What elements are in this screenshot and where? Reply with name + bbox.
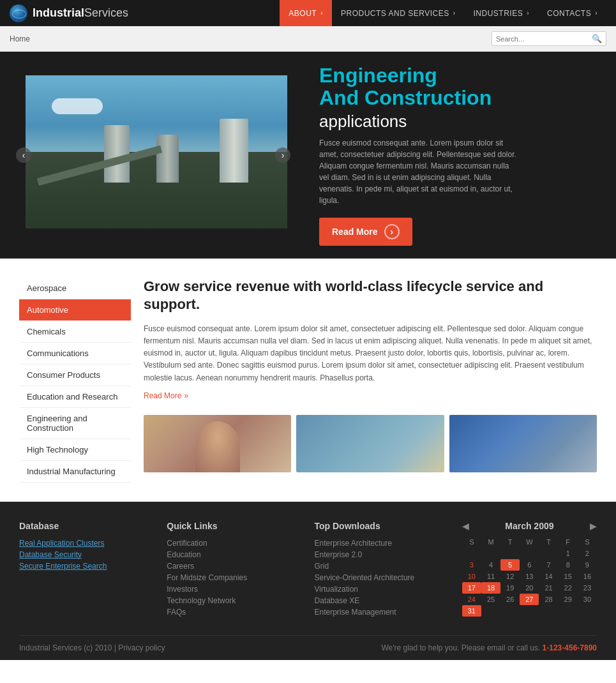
nav-about[interactable]: ABOUT › [280, 0, 332, 26]
sidebar-item-aerospace[interactable]: Aerospace [19, 278, 131, 299]
calendar-day[interactable]: 18 [481, 582, 500, 594]
footer-database-title: Database [19, 521, 154, 531]
calendar-day[interactable]: 22 [559, 582, 578, 594]
sidebar-item-education[interactable]: Education and Research [19, 386, 131, 408]
search-icon[interactable]: 🔍 [592, 34, 602, 43]
footer-link-dbsec[interactable]: Database Security [19, 550, 154, 559]
photo-teamwork [449, 415, 597, 472]
calendar-day[interactable]: 16 [578, 571, 597, 582]
slide-next-button[interactable]: › [275, 147, 290, 163]
footer-link-technet[interactable]: Technology Network [167, 596, 301, 605]
footer-link-midsize[interactable]: For Midsize Companies [167, 573, 301, 582]
nav-industries[interactable]: INDUSTRIES › [465, 0, 539, 26]
calendar-day[interactable]: 15 [559, 571, 578, 582]
slide-prev-button[interactable]: ‹ [16, 147, 31, 163]
footer-link-search[interactable]: Secure Enterprise Search [19, 562, 154, 571]
calendar-day[interactable]: 10 [462, 571, 481, 582]
calendar-day [520, 605, 539, 617]
footer-database: Database Real Application Clusters Datab… [19, 521, 154, 619]
photo-teamwork-img [449, 415, 597, 472]
photo-grid [144, 415, 597, 472]
breadcrumb-home[interactable]: Home [10, 34, 30, 43]
brand-industrial: Industrial [33, 6, 84, 19]
calendar-day[interactable]: 4 [481, 559, 500, 571]
calendar-day[interactable]: 5 [500, 559, 520, 571]
calendar-day[interactable]: 19 [500, 582, 520, 594]
calendar-day[interactable]: 26 [500, 594, 520, 605]
calendar-next-button[interactable]: ▶ [590, 521, 597, 531]
sidebar-item-consumer[interactable]: Consumer Products [19, 364, 131, 386]
main-heading: Grow service revenue with world-class li… [144, 278, 597, 314]
hero-title-line3: applications [319, 112, 407, 131]
footer-link-investors[interactable]: Investors [167, 585, 301, 594]
logo-brand: IndustrialServices [33, 6, 128, 20]
calendar-day[interactable]: 21 [539, 582, 558, 594]
footer-dl-em[interactable]: Enterprise Management [315, 608, 449, 617]
breadcrumb: Home 🔍 [0, 26, 616, 52]
calendar-day[interactable]: 9 [578, 559, 597, 571]
footer-dl-grid[interactable]: Grid [315, 562, 449, 571]
calendar-day[interactable]: 23 [578, 582, 597, 594]
calendar-day[interactable]: 28 [539, 594, 558, 605]
main-read-more-link[interactable]: Read More » [144, 391, 188, 400]
footer-link-edu[interactable]: Education [167, 550, 301, 559]
sidebar-item-industrial[interactable]: Industrial Manufacturing [19, 461, 131, 483]
silo3 [220, 119, 248, 183]
calendar-day[interactable]: 25 [481, 594, 500, 605]
footer-link-cert[interactable]: Certification [167, 539, 301, 548]
sidebar-item-automotive[interactable]: Automotive [19, 299, 131, 321]
calendar-day [559, 605, 578, 617]
calendar-day[interactable]: 20 [520, 582, 539, 594]
calendar-day[interactable]: 12 [500, 571, 520, 582]
sidebar-item-chemicals[interactable]: Chemicals [19, 321, 131, 343]
footer-dl-e2[interactable]: Enterprise 2.0 [315, 550, 449, 559]
footer-dl-dbxe[interactable]: Database XE [315, 596, 449, 605]
calendar-day[interactable]: 6 [520, 559, 539, 571]
footer-downloads: Top Downloads Enterprise Architecture En… [315, 521, 449, 619]
hero-image-bg [26, 75, 287, 229]
sidebar-item-engineering[interactable]: Engineering and Construction [19, 408, 131, 439]
calendar-day[interactable]: 2 [578, 548, 597, 559]
calendar-day[interactable]: 7 [539, 559, 558, 571]
calendar-day[interactable]: 30 [578, 594, 597, 605]
cal-header-s2: S [578, 536, 597, 548]
calendar-day[interactable]: 8 [559, 559, 578, 571]
calendar-title: March 2009 [505, 521, 553, 531]
sidebar-item-communications[interactable]: Communications [19, 343, 131, 364]
calendar-day[interactable]: 3 [462, 559, 481, 571]
search-input[interactable] [496, 35, 592, 43]
calendar-day[interactable]: 13 [520, 571, 539, 582]
photo-meeting-img [296, 415, 444, 472]
calendar-day [539, 548, 558, 559]
nav-products[interactable]: PRODUCTS AND SERVICES › [332, 0, 465, 26]
calendar-day[interactable]: 24 [462, 594, 481, 605]
footer-quick-links-title: Quick Links [167, 521, 301, 531]
sidebar: Aerospace Automotive Chemicals Communica… [19, 278, 131, 483]
sidebar-item-high-tech[interactable]: High Technology [19, 439, 131, 461]
footer-link-careers[interactable]: Careers [167, 562, 301, 571]
calendar-day[interactable]: 17 [462, 582, 481, 594]
hero-content: Engineering And Construction application… [319, 64, 597, 246]
brand-services: Services [84, 6, 128, 19]
nav-contacts[interactable]: CONTACTS › [538, 0, 606, 26]
footer-dl-soa[interactable]: Service-Oriented Architecture [315, 573, 449, 582]
calendar-day[interactable]: 27 [520, 594, 539, 605]
calendar-day[interactable]: 14 [539, 571, 558, 582]
footer-dl-ea[interactable]: Enterprise Architecture [315, 539, 449, 548]
calendar-day[interactable]: 1 [559, 548, 578, 559]
hero-read-more-button[interactable]: Read More › [319, 218, 412, 246]
calendar-prev-button[interactable]: ◀ [462, 521, 469, 531]
silo1 [104, 125, 130, 183]
photo-people-img [144, 415, 291, 472]
calendar-day[interactable]: 31 [462, 605, 481, 617]
footer-bottom: Industrial Services (c) 2010 | Privacy p… [19, 635, 597, 660]
footer-link-faqs[interactable]: FAQs [167, 608, 301, 617]
calendar-day[interactable]: 11 [481, 571, 500, 582]
calendar-day[interactable]: 29 [559, 594, 578, 605]
chevron-right-icon: › [595, 10, 597, 17]
cal-header-m: M [481, 536, 500, 548]
footer-link-rac[interactable]: Real Application Clusters [19, 539, 154, 548]
clouds [52, 98, 103, 114]
footer-dl-virt[interactable]: Virtualization [315, 585, 449, 594]
chevron-right-icon: › [453, 10, 456, 17]
